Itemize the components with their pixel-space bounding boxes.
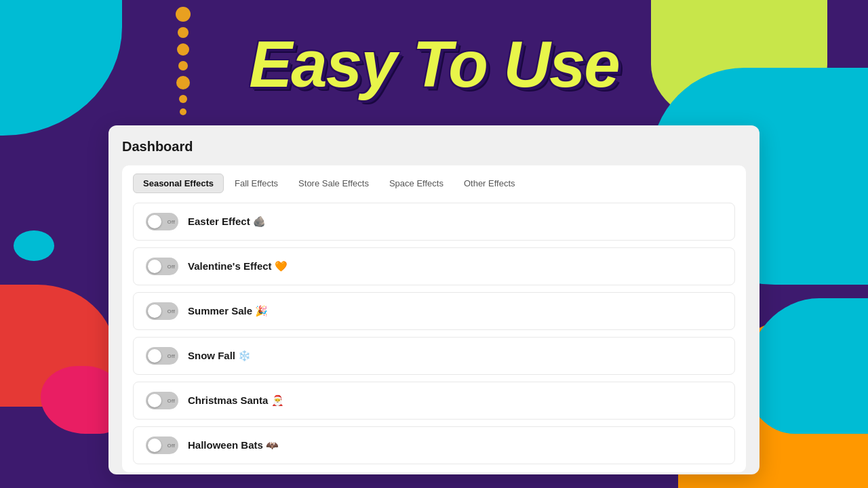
toggle-easter[interactable]: Off	[146, 213, 178, 230]
tab-other[interactable]: Other Effects	[454, 174, 525, 192]
hero-section: Easy To Use	[0, 0, 868, 129]
toggle-track-christmas: Off	[146, 392, 178, 409]
effect-name-summer-sale: Summer Sale 🎉	[188, 305, 268, 317]
effect-name-christmas: Christmas Santa 🎅	[188, 394, 284, 407]
toggle-thumb-halloween	[148, 439, 161, 452]
toggle-thumb-snow-fall	[148, 349, 161, 363]
effect-name-snow-fall: Snow Fall ❄️	[188, 350, 251, 362]
effect-row-easter: Off Easter Effect 🪨	[133, 203, 735, 241]
effect-name-easter: Easter Effect 🪨	[188, 216, 266, 228]
blob-teal-small	[14, 230, 54, 261]
tabs-bar: Seasonal Effects Fall Effects Store Sale…	[133, 174, 735, 193]
toggle-track-summer-sale: Off	[146, 302, 178, 320]
toggle-summer-sale[interactable]: Off	[146, 302, 178, 320]
tabs-container: Seasonal Effects Fall Effects Store Sale…	[122, 165, 746, 472]
toggle-valentine[interactable]: Off	[146, 258, 178, 275]
tab-space[interactable]: Space Effects	[380, 174, 453, 192]
tab-seasonal[interactable]: Seasonal Effects	[133, 174, 224, 193]
toggle-snow-fall[interactable]: Off	[146, 347, 178, 365]
toggle-christmas[interactable]: Off	[146, 392, 178, 409]
toggle-track-easter: Off	[146, 213, 178, 230]
toggle-halloween[interactable]: Off	[146, 436, 178, 454]
toggle-thumb-summer-sale	[148, 304, 161, 318]
toggle-label-christmas: Off	[167, 398, 175, 404]
dashboard-title: Dashboard	[122, 139, 746, 155]
effect-name-halloween: Halloween Bats 🦇	[188, 439, 279, 451]
blob-teal-bottom-right	[746, 298, 868, 434]
toggle-track-snow-fall: Off	[146, 347, 178, 365]
toggle-label-easter: Off	[167, 219, 175, 225]
effect-row-summer-sale: Off Summer Sale 🎉	[133, 292, 735, 330]
toggle-thumb-valentine	[148, 260, 161, 273]
effect-name-valentine: Valentine's Effect 🧡	[188, 260, 288, 272]
toggle-track-valentine: Off	[146, 258, 178, 275]
toggle-label-snow-fall: Off	[167, 353, 175, 359]
toggle-label-summer-sale: Off	[167, 308, 175, 314]
hero-title: Easy To Use	[249, 27, 618, 102]
effect-row-valentine: Off Valentine's Effect 🧡	[133, 247, 735, 285]
effect-row-christmas: Off Christmas Santa 🎅	[133, 382, 735, 420]
toggle-track-halloween: Off	[146, 436, 178, 454]
toggle-label-valentine: Off	[167, 264, 175, 270]
tab-fall[interactable]: Fall Effects	[225, 174, 288, 192]
dashboard-panel: Dashboard Seasonal Effects Fall Effects …	[108, 125, 760, 474]
toggle-label-halloween: Off	[167, 443, 175, 449]
toggle-thumb-christmas	[148, 394, 161, 407]
tab-store-sale[interactable]: Store Sale Effects	[289, 174, 378, 192]
toggle-thumb-easter	[148, 215, 161, 228]
effect-row-snow-fall: Off Snow Fall ❄️	[133, 337, 735, 375]
effect-row-halloween: Off Halloween Bats 🦇	[133, 426, 735, 464]
effects-list: Off Easter Effect 🪨 Off Valentine's Effe…	[133, 203, 735, 464]
